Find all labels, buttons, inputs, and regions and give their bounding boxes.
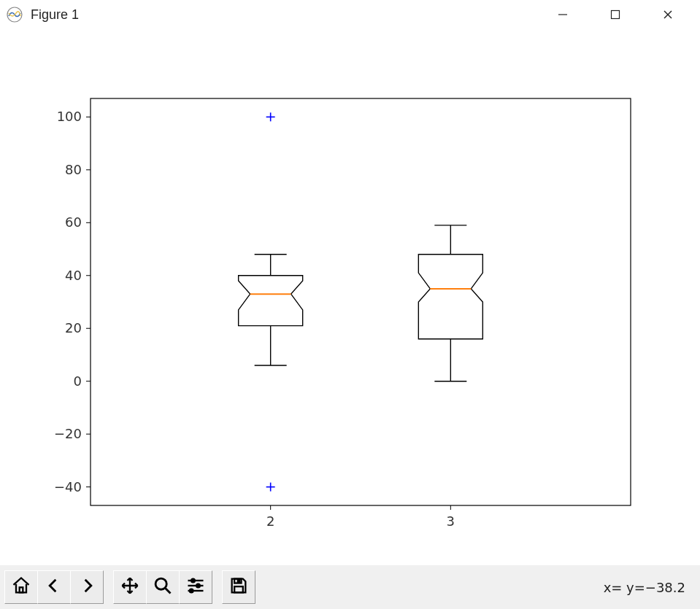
svg-point-47 xyxy=(196,584,200,588)
svg-text:20: 20 xyxy=(65,320,82,335)
svg-rect-51 xyxy=(234,586,243,592)
magnify-icon xyxy=(153,575,173,599)
forward-button[interactable] xyxy=(70,570,104,604)
back-button[interactable] xyxy=(37,570,71,604)
svg-text:0: 0 xyxy=(74,373,82,389)
window-title: Figure 1 xyxy=(31,7,79,23)
svg-text:−20: −20 xyxy=(54,426,82,441)
svg-text:40: 40 xyxy=(65,268,82,283)
save-icon xyxy=(228,575,249,599)
home-icon xyxy=(11,575,31,599)
minimize-button[interactable] xyxy=(536,0,589,29)
svg-marker-24 xyxy=(239,276,303,326)
save-button[interactable] xyxy=(222,570,255,604)
svg-text:2: 2 xyxy=(266,513,274,529)
svg-rect-5 xyxy=(91,98,631,505)
svg-rect-2 xyxy=(612,11,620,19)
svg-text:60: 60 xyxy=(65,214,82,230)
close-button[interactable] xyxy=(642,0,694,29)
svg-point-43 xyxy=(155,578,166,589)
window-controls xyxy=(536,0,694,29)
svg-text:100: 100 xyxy=(57,109,82,124)
svg-text:80: 80 xyxy=(65,162,82,177)
cursor-coords: x= y=−38.2 xyxy=(604,580,696,595)
arrow-left-icon xyxy=(44,575,64,599)
svg-text:−40: −40 xyxy=(54,479,82,494)
svg-point-45 xyxy=(191,579,195,583)
app-icon xyxy=(6,6,23,23)
home-button[interactable] xyxy=(4,570,38,604)
maximize-button[interactable] xyxy=(589,0,642,29)
sliders-icon xyxy=(185,575,206,599)
svg-rect-42 xyxy=(20,587,23,592)
pan-button[interactable] xyxy=(113,570,147,604)
svg-text:3: 3 xyxy=(447,513,455,529)
nav-toolbar: x= y=−38.2 xyxy=(0,565,700,609)
boxplot-chart: −40−2002040608010023 xyxy=(0,29,700,565)
zoom-button[interactable] xyxy=(146,570,180,604)
configure-subplots-button[interactable] xyxy=(179,570,212,604)
arrow-right-icon xyxy=(77,575,97,599)
figure-canvas[interactable]: −40−2002040608010023 xyxy=(0,29,700,565)
title-bar: Figure 1 xyxy=(0,0,700,29)
svg-marker-36 xyxy=(418,255,482,339)
svg-point-49 xyxy=(190,589,193,593)
svg-rect-52 xyxy=(238,580,239,583)
move-icon xyxy=(120,575,140,599)
